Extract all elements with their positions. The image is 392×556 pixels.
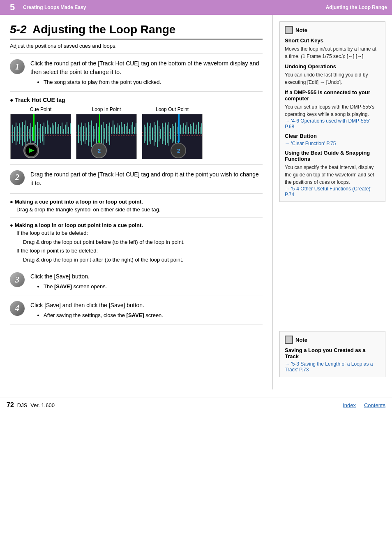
shortcut-keys-body: Moves the loop in/out points by a frame …: [285, 45, 380, 60]
svg-rect-158: [191, 126, 192, 134]
loop-in-caption: Loop In Point: [92, 107, 121, 112]
cue-images: Cue Point: [10, 107, 263, 159]
svg-rect-168: [149, 134, 150, 141]
svg-rect-46: [24, 134, 25, 142]
svg-rect-144: [168, 122, 169, 134]
svg-rect-102: [78, 134, 79, 143]
svg-rect-39: [12, 134, 13, 143]
clear-btn-link[interactable]: 'Clear Function' P.75: [285, 141, 380, 146]
svg-rect-23: [45, 127, 46, 134]
svg-rect-183: [173, 134, 174, 141]
svg-rect-36: [67, 122, 67, 134]
svg-rect-28: [53, 125, 54, 134]
bullet-2-header: Making a loop in or loop out point into …: [10, 222, 263, 228]
step-1-text: Click the round part of the [Track Hot C…: [30, 59, 263, 86]
saving-loop-link[interactable]: '5-3 Saving the Length of a Loop as a Tr…: [285, 361, 380, 373]
svg-rect-67: [80, 127, 81, 134]
svg-text:2: 2: [98, 148, 101, 154]
left-content: 5-2 Adjusting the Loop Range Adjust the …: [0, 15, 273, 389]
svg-rect-160: [195, 129, 196, 134]
svg-rect-59: [33, 114, 35, 141]
svg-rect-5: [16, 123, 16, 134]
svg-rect-143: [167, 125, 168, 134]
svg-rect-48: [27, 134, 28, 141]
bullet-2-indent-1: Drag & drop the loop out point before (t…: [23, 238, 263, 246]
svg-rect-22: [44, 123, 44, 134]
step-4-text: Click [Save] and then click the [Save] b…: [30, 301, 263, 320]
svg-rect-112: [95, 134, 95, 139]
svg-rect-30: [57, 127, 58, 134]
dmp555-title: If a DMP-555 is connected to your comput…: [285, 89, 380, 102]
svg-text:2: 2: [177, 148, 180, 154]
footer-contents-link[interactable]: Contents: [364, 402, 385, 408]
svg-rect-109: [90, 134, 90, 142]
loop-out-block: Loop Out Point: [141, 107, 203, 159]
svg-rect-118: [104, 134, 105, 139]
bullet-2-detail-1: If the loop out is to be deleted:: [16, 229, 263, 237]
step-4-sub: After saving the settings, close the [SA…: [44, 311, 263, 320]
svg-rect-50: [30, 134, 31, 144]
svg-rect-58: [44, 134, 44, 145]
svg-rect-140: [162, 123, 163, 134]
svg-rect-122: [99, 114, 100, 141]
note-box-2-header: Note: [285, 336, 380, 344]
svg-rect-57: [42, 134, 43, 141]
svg-rect-120: [108, 134, 108, 141]
svg-rect-77: [96, 123, 97, 134]
svg-rect-68: [81, 123, 82, 134]
main-container: 5-2 Adjusting the Loop Range Adjust the …: [0, 15, 392, 389]
svg-rect-170: [152, 134, 153, 140]
svg-rect-108: [88, 134, 89, 146]
svg-rect-114: [98, 134, 99, 141]
svg-rect-78: [98, 127, 99, 134]
svg-rect-149: [177, 127, 178, 134]
svg-rect-185: [178, 114, 180, 141]
svg-rect-166: [145, 134, 146, 141]
svg-rect-161: [196, 125, 197, 134]
svg-rect-54: [37, 134, 38, 146]
svg-rect-131: [147, 123, 148, 134]
svg-rect-110: [91, 134, 92, 147]
svg-rect-10: [24, 125, 25, 134]
hot-cue-label: Track Hot CUE tag: [10, 97, 263, 103]
svg-rect-162: [198, 122, 199, 134]
step-4-block: 4 Click [Save] and then click the [Save]…: [10, 301, 263, 325]
svg-rect-7: [19, 123, 20, 134]
svg-rect-70: [85, 123, 85, 134]
beat-guide-title: Using the Beat Guide & Snapping Function…: [285, 150, 380, 162]
svg-rect-88: [114, 125, 115, 134]
note-box-1-header: Note: [285, 26, 380, 34]
right-sidebar: Note Short Cut Keys Moves the loop in/ou…: [273, 15, 392, 389]
svg-rect-133: [150, 123, 151, 134]
svg-rect-103: [80, 134, 81, 141]
step-1-block: 1 Click the round part of the [Track Hot…: [10, 59, 263, 92]
svg-rect-69: [83, 126, 84, 134]
footer-page-num: 72: [7, 401, 14, 409]
svg-rect-93: [122, 127, 123, 134]
svg-rect-92: [121, 122, 122, 134]
page-title-text: Adjusting the Loop Range: [32, 23, 175, 36]
svg-rect-182: [172, 134, 173, 143]
svg-rect-175: [160, 134, 161, 139]
svg-rect-156: [188, 127, 189, 134]
note-icon-2: [285, 336, 293, 344]
svg-rect-99: [132, 122, 133, 134]
svg-rect-132: [149, 126, 150, 134]
svg-rect-56: [40, 134, 41, 143]
beat-guide-link[interactable]: '5-4 Other Useful Functions (Create)' P.…: [285, 186, 380, 197]
svg-rect-44: [21, 134, 21, 140]
svg-rect-4: [14, 127, 15, 134]
svg-rect-74: [91, 120, 92, 134]
step-3-sub: The [SAVE] screen opens.: [44, 283, 263, 291]
svg-rect-73: [90, 125, 90, 134]
note-icon-1: [285, 26, 293, 34]
footer-index-link[interactable]: Index: [343, 402, 356, 408]
loop-in-waveform-svg: 2: [76, 114, 137, 159]
svg-rect-134: [152, 127, 153, 134]
svg-rect-138: [159, 126, 159, 134]
dmp555-link[interactable]: '4-6 Operations used with DMP-555' P.68: [285, 118, 380, 130]
svg-rect-111: [93, 134, 94, 141]
svg-rect-136: [155, 125, 156, 134]
svg-rect-6: [17, 126, 18, 134]
svg-rect-21: [42, 126, 43, 134]
